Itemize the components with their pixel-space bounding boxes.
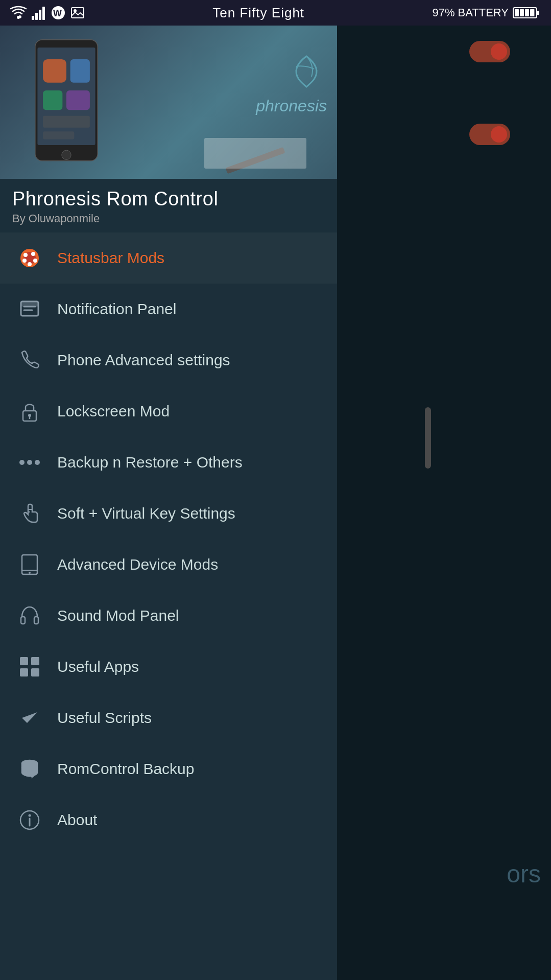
svg-point-31 (28, 262, 32, 266)
sidebar-drawer: phronesis Phronesis Rom Control By Oluwa… (0, 26, 337, 980)
svg-point-27 (23, 253, 28, 257)
info-icon (14, 805, 45, 835)
svg-rect-15 (532, 9, 535, 16)
svg-rect-13 (525, 9, 529, 16)
sidebar-item-romcontrol-backup[interactable]: RomControl Backup (0, 743, 337, 795)
behind-text: ors (507, 860, 541, 888)
sidebar-item-lockscreen-mod[interactable]: Lockscreen Mod (0, 386, 337, 437)
notification-panel-label: Notification Panel (57, 300, 176, 318)
svg-rect-10 (537, 11, 539, 15)
svg-rect-54 (35, 657, 39, 665)
app-title-bar: Phronesis Rom Control By Oluwaponmile (0, 179, 337, 232)
dots-icon (14, 447, 45, 478)
sidebar-item-statusbar-mods[interactable]: Statusbar Mods (0, 232, 337, 284)
svg-rect-51 (20, 668, 28, 676)
svg-rect-20 (70, 59, 90, 83)
whatsapp-icon: W (51, 6, 65, 20)
soft-virtual-key-label: Soft + Virtual Key Settings (57, 505, 235, 522)
svg-point-28 (31, 252, 35, 256)
svg-point-39 (19, 460, 25, 465)
phone-icon (14, 345, 45, 376)
useful-apps-label: Useful Apps (57, 658, 139, 675)
apps-icon (14, 651, 45, 682)
svg-point-18 (62, 150, 71, 159)
scrollbar[interactable] (425, 407, 431, 469)
app-subtitle: By Oluwaponmile (12, 212, 325, 225)
app-title: Phronesis Rom Control (12, 188, 325, 210)
sidebar-item-backup-restore[interactable]: Backup n Restore + Others (0, 437, 337, 488)
database-icon (14, 754, 45, 784)
svg-rect-2 (35, 13, 38, 20)
svg-point-57 (29, 814, 31, 817)
svg-rect-49 (20, 657, 28, 665)
sidebar-item-sound-mod-panel[interactable]: Sound Mod Panel (0, 590, 337, 641)
status-bar: W Ten Fifty Eight 97% BATTERY (0, 0, 551, 26)
check-icon (14, 703, 45, 733)
svg-point-41 (35, 460, 40, 465)
headphones-icon (14, 600, 45, 631)
sidebar-item-advanced-device-mods[interactable]: Advanced Device Mods (0, 539, 337, 590)
tablet-icon (14, 549, 45, 580)
svg-rect-7 (71, 8, 84, 18)
wifi-icon (10, 6, 27, 20)
status-time: Ten Fifty Eight (212, 5, 304, 21)
sidebar-item-soft-virtual-key[interactable]: Soft + Virtual Key Settings (0, 488, 337, 539)
right-panel (428, 26, 551, 980)
notification-icon (14, 294, 45, 324)
signal-icon (32, 6, 46, 20)
lock-icon (14, 396, 45, 427)
lockscreen-mod-label: Lockscreen Mod (57, 403, 170, 420)
sidebar-item-notification-panel[interactable]: Notification Panel (0, 284, 337, 335)
sidebar-item-useful-scripts[interactable]: Useful Scripts (0, 692, 337, 743)
svg-point-46 (29, 572, 31, 574)
nav-menu: Statusbar Mods Notification Panel (0, 232, 337, 846)
nav-list: Statusbar Mods Notification Panel (0, 232, 337, 846)
status-icons: W (10, 6, 85, 20)
image-icon (70, 6, 85, 20)
hero-image: phronesis (0, 26, 337, 179)
sidebar-item-useful-apps[interactable]: Useful Apps (0, 641, 337, 692)
svg-point-0 (17, 16, 20, 19)
battery-text: 97% BATTERY (432, 6, 509, 19)
svg-rect-22 (66, 90, 90, 110)
phronesis-logo-icon (286, 51, 327, 92)
main-content: ors (0, 26, 551, 980)
svg-point-40 (27, 460, 32, 465)
svg-rect-1 (32, 16, 34, 20)
sidebar-item-phone-advanced[interactable]: Phone Advanced settings (0, 335, 337, 386)
touch-icon (14, 498, 45, 529)
toggle-1[interactable] (469, 41, 510, 62)
svg-rect-44 (22, 555, 37, 574)
svg-rect-11 (515, 9, 519, 16)
svg-rect-21 (43, 90, 62, 110)
about-label: About (57, 811, 97, 829)
phone-advanced-label: Phone Advanced settings (57, 352, 230, 369)
palette-icon (14, 243, 45, 273)
sidebar-item-about[interactable]: About (0, 795, 337, 846)
svg-text:W: W (53, 8, 62, 18)
romcontrol-backup-label: RomControl Backup (57, 760, 194, 778)
svg-rect-4 (42, 7, 45, 20)
advanced-device-mods-label: Advanced Device Mods (57, 556, 218, 573)
svg-rect-35 (21, 301, 38, 307)
svg-rect-48 (34, 617, 38, 624)
toggle-2[interactable] (469, 124, 510, 145)
svg-rect-19 (43, 59, 66, 83)
phone-silhouette-icon (15, 36, 117, 169)
battery-icon (513, 6, 541, 19)
svg-rect-23 (43, 116, 90, 128)
svg-rect-24 (43, 131, 74, 139)
svg-point-30 (22, 259, 27, 263)
statusbar-mods-label: Statusbar Mods (57, 249, 164, 267)
svg-rect-47 (21, 617, 25, 624)
phronesis-text: phronesis (256, 97, 327, 115)
backup-restore-label: Backup n Restore + Others (57, 454, 243, 471)
svg-rect-3 (39, 10, 41, 20)
svg-rect-12 (520, 9, 524, 16)
status-battery: 97% BATTERY (432, 6, 541, 19)
sound-mod-panel-label: Sound Mod Panel (57, 607, 179, 624)
svg-rect-52 (31, 668, 39, 676)
useful-scripts-label: Useful Scripts (57, 709, 152, 727)
svg-point-29 (33, 259, 37, 263)
